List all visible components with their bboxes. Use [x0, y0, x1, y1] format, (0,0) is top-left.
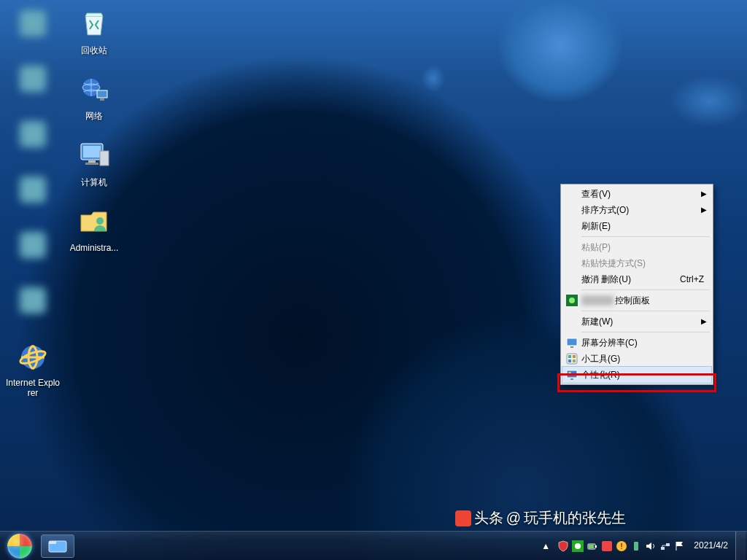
svg-rect-23 — [568, 355, 571, 358]
tray-nvidia-icon[interactable] — [571, 540, 584, 553]
desktop-icon[interactable]: 计算机 — [63, 138, 125, 187]
menu-item-label: 个性化(R) — [581, 369, 704, 381]
tray-expand-button[interactable]: ▲ — [539, 535, 552, 557]
menu-separator — [581, 289, 710, 290]
explorer-icon — [48, 539, 67, 553]
watermark: 头条 @玩手机的张先生 — [455, 508, 626, 528]
menu-item-label: 排序方式(O) — [581, 204, 704, 217]
svg-rect-24 — [573, 355, 576, 358]
tray-speaker-icon[interactable] — [644, 540, 657, 553]
svg-rect-11 — [100, 98, 104, 101]
tray-usb-icon[interactable] — [630, 540, 643, 553]
menu-item[interactable]: 新建(W)▶ — [562, 314, 711, 330]
svg-rect-35 — [595, 545, 597, 548]
menu-item[interactable]: 小工具(G) — [562, 351, 711, 367]
submenu-arrow-icon: ▶ — [701, 206, 707, 214]
watermark-at: @ — [506, 510, 521, 526]
menu-item[interactable]: 排序方式(O)▶ — [562, 202, 711, 218]
show-desktop-button[interactable] — [735, 532, 746, 561]
svg-rect-3 — [20, 176, 46, 203]
personalize-icon — [565, 368, 578, 381]
taskbar-clock[interactable]: 2021/4/2 — [688, 540, 734, 551]
svg-rect-16 — [100, 151, 109, 166]
desktop-icon[interactable]: Administra... — [63, 203, 125, 253]
menu-item[interactable]: 控制面板 — [562, 292, 711, 308]
folder-user-icon — [77, 203, 112, 238]
desktop-context-menu[interactable]: 查看(V)▶排序方式(O)▶刷新(E)粘贴(P)粘贴快捷方式(S)撤消 删除(U… — [560, 184, 713, 385]
tray-network-icon[interactable] — [659, 540, 672, 553]
watermark-name: 玩手机的张先生 — [524, 508, 626, 528]
blurred-text — [581, 295, 614, 306]
menu-separator — [581, 236, 710, 237]
tray-battery-icon[interactable] — [586, 540, 599, 553]
ie-icon — [15, 338, 50, 373]
svg-rect-1 — [20, 66, 46, 92]
svg-rect-26 — [573, 359, 576, 362]
desktop-icon[interactable] — [1, 283, 64, 322]
desktop-icon-label: 回收站 — [81, 45, 107, 55]
tray-shield-icon[interactable] — [557, 540, 570, 553]
system-tray: ▲ ! 2021/4/2 — [539, 532, 747, 561]
desktop-icon[interactable] — [1, 172, 64, 211]
desktop-icon[interactable] — [1, 228, 64, 267]
svg-rect-20 — [567, 338, 577, 346]
menu-item-label: 刷新(E) — [581, 220, 704, 233]
svg-rect-0 — [20, 10, 46, 36]
app-icon — [15, 6, 50, 41]
svg-rect-27 — [567, 370, 577, 378]
network-icon — [77, 71, 112, 106]
windows-orb-icon — [7, 534, 32, 559]
app-icon — [15, 228, 50, 262]
start-button[interactable] — [0, 532, 39, 561]
svg-rect-31 — [49, 541, 56, 544]
menu-item[interactable]: 个性化(R) — [562, 367, 711, 383]
desktop-icon[interactable] — [1, 6, 64, 45]
submenu-arrow-icon: ▶ — [701, 190, 707, 198]
svg-rect-15 — [85, 163, 98, 165]
menu-item-label: 撤消 删除(U) — [581, 273, 662, 286]
submenu-arrow-icon: ▶ — [701, 317, 707, 325]
svg-text:!: ! — [621, 542, 623, 551]
desktop-icons-col1: Internet Explorer — [0, 0, 66, 405]
menu-item-label: 粘贴(P) — [581, 241, 704, 254]
menu-item-label: 屏幕分辨率(C) — [581, 337, 704, 349]
tray-flag-icon[interactable] — [673, 540, 686, 553]
app-icon — [15, 61, 50, 96]
tray-net-alert-icon[interactable]: ! — [615, 540, 628, 553]
computer-icon — [77, 138, 112, 173]
svg-rect-4 — [20, 232, 46, 258]
recycle-icon — [77, 6, 112, 41]
menu-item[interactable]: 查看(V)▶ — [562, 186, 711, 202]
gadget-icon — [565, 352, 578, 365]
desktop-icon[interactable] — [1, 61, 64, 101]
watermark-prefix: 头条 — [474, 508, 503, 528]
menu-separator — [581, 332, 710, 332]
svg-rect-25 — [568, 359, 571, 362]
taskbar-button-explorer[interactable] — [41, 534, 74, 558]
menu-item: 粘贴快捷方式(S) — [562, 255, 711, 271]
menu-item-label: 粘贴快捷方式(S) — [581, 257, 704, 270]
svg-rect-36 — [589, 545, 594, 548]
desktop-icon[interactable]: 回收站 — [63, 6, 125, 55]
svg-point-29 — [568, 372, 571, 375]
svg-point-19 — [569, 298, 575, 303]
svg-point-33 — [575, 543, 581, 549]
menu-item[interactable]: 撤消 删除(U)Ctrl+Z — [562, 271, 711, 287]
menu-item[interactable]: 刷新(E) — [562, 218, 711, 234]
desktop-icon[interactable] — [1, 117, 64, 156]
screen-icon — [565, 336, 578, 349]
menu-item[interactable]: 屏幕分辨率(C) — [562, 335, 711, 351]
svg-point-17 — [96, 217, 104, 225]
desktop-icon-label: Internet Explorer — [5, 378, 61, 399]
desktop-icon[interactable]: Internet Explorer — [1, 338, 64, 399]
desktop-icons-col2: 回收站网络计算机Administra... — [63, 6, 125, 254]
tray-av-icon[interactable] — [600, 540, 614, 553]
menu-separator — [581, 311, 710, 311]
desktop-icon-label: 计算机 — [81, 177, 107, 187]
app-icon — [15, 172, 50, 207]
desktop[interactable]: Internet Explorer 回收站网络计算机Administra... … — [0, 0, 747, 560]
svg-rect-28 — [570, 378, 573, 380]
menu-item-accelerator: Ctrl+Z — [680, 274, 704, 284]
desktop-icon[interactable]: 网络 — [63, 71, 125, 121]
svg-rect-40 — [634, 542, 638, 551]
